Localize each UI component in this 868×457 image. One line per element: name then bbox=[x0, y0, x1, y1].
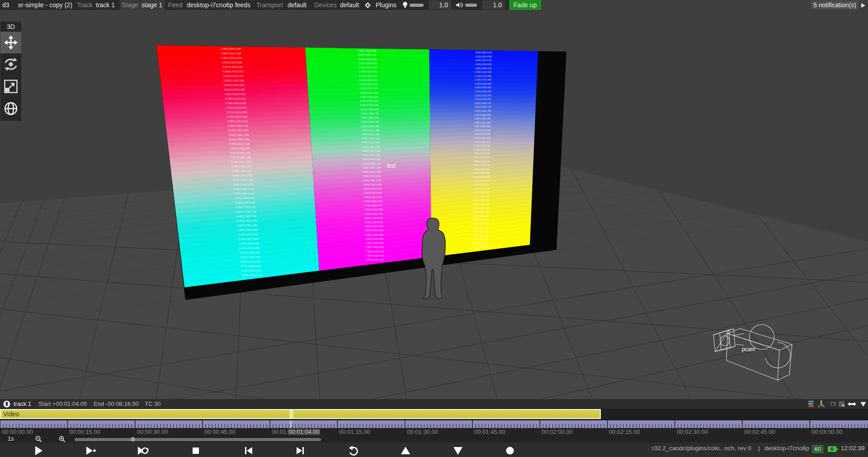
svg-text:0.080,0.920,0.080: 0.080,0.920,0.080 bbox=[359, 66, 377, 69]
svg-text:0.180,0.180,0.820: 0.180,0.180,0.820 bbox=[475, 86, 491, 89]
svg-text:0.560,0.440,0.440: 0.560,0.440,0.440 bbox=[230, 147, 250, 150]
svg-text:0.060,0.940,0.060: 0.060,0.940,0.060 bbox=[359, 62, 377, 65]
svg-text:0.440,0.440,0.560: 0.440,0.440,0.560 bbox=[474, 137, 491, 139]
svg-text:0.880,0.120,0.880: 0.880,0.120,0.880 bbox=[365, 233, 384, 236]
svg-text:0.900,0.100,0.100: 0.900,0.100,0.100 bbox=[223, 70, 243, 73]
svg-text:0.240,0.240,0.760: 0.240,0.240,0.760 bbox=[475, 98, 491, 100]
svg-text:0.500,0.500,0.500: 0.500,0.500,0.500 bbox=[231, 161, 251, 163]
svg-text:0.740,0.260,0.740: 0.740,0.260,0.740 bbox=[364, 204, 382, 207]
svg-text:0.200,0.800,0.800: 0.200,0.800,0.800 bbox=[237, 228, 258, 231]
svg-text:0.000,1.000,1.000: 0.000,1.000,1.000 bbox=[241, 274, 262, 276]
svg-text:0.220,0.220,0.780: 0.220,0.220,0.780 bbox=[475, 95, 491, 97]
svg-text:0.460,0.540,0.540: 0.460,0.540,0.540 bbox=[232, 170, 252, 172]
svg-text:0.040,0.960,0.040: 0.040,0.960,0.040 bbox=[359, 58, 377, 61]
svg-text:0.520,0.480,0.480: 0.520,0.480,0.480 bbox=[231, 156, 251, 159]
svg-text:0.400,0.600,0.600: 0.400,0.600,0.600 bbox=[233, 183, 254, 186]
svg-text:0.940,0.060,0.940: 0.940,0.060,0.940 bbox=[366, 246, 384, 248]
svg-text:0.560,0.440,0.560: 0.560,0.440,0.560 bbox=[363, 167, 381, 169]
svg-text:0.680,0.680,0.320: 0.680,0.680,0.320 bbox=[473, 184, 490, 186]
svg-text:0.120,0.880,0.880: 0.120,0.880,0.880 bbox=[239, 247, 259, 249]
svg-text:0.560,0.560,0.440: 0.560,0.560,0.440 bbox=[474, 161, 491, 163]
svg-text:0.800,0.800,0.200: 0.800,0.800,0.200 bbox=[473, 207, 490, 209]
svg-text:0.120,0.120,0.880: 0.120,0.120,0.880 bbox=[475, 75, 492, 77]
svg-text:0.780,0.220,0.780: 0.780,0.220,0.780 bbox=[364, 213, 383, 215]
svg-text:0.640,0.640,0.360: 0.640,0.640,0.360 bbox=[473, 176, 490, 178]
svg-text:0.000,1.000,0.000: 0.000,1.000,0.000 bbox=[358, 49, 377, 52]
svg-text:0.440,0.560,0.560: 0.440,0.560,0.560 bbox=[232, 174, 253, 177]
svg-text:0.260,0.740,0.740: 0.260,0.740,0.740 bbox=[236, 215, 256, 218]
svg-text:0.760,0.240,0.240: 0.760,0.240,0.240 bbox=[226, 102, 246, 105]
svg-text:0.500,0.500,0.500: 0.500,0.500,0.500 bbox=[362, 154, 381, 157]
svg-text:0.280,0.720,0.280: 0.280,0.720,0.280 bbox=[360, 108, 379, 111]
svg-text:0.720,0.720,0.280: 0.720,0.720,0.280 bbox=[473, 191, 490, 194]
svg-text:0.960,0.040,0.040: 0.960,0.040,0.040 bbox=[222, 57, 242, 59]
svg-text:0.680,0.320,0.320: 0.680,0.320,0.320 bbox=[227, 120, 248, 123]
svg-text:0.980,0.020,0.020: 0.980,0.020,0.020 bbox=[221, 52, 241, 55]
svg-text:0.200,0.800,0.200: 0.200,0.800,0.200 bbox=[360, 91, 378, 94]
svg-text:0.480,0.480,0.520: 0.480,0.480,0.520 bbox=[474, 145, 491, 147]
svg-text:0.700,0.300,0.700: 0.700,0.300,0.700 bbox=[364, 196, 382, 199]
svg-text:0.920,0.080,0.080: 0.920,0.080,0.080 bbox=[222, 66, 243, 68]
svg-text:0.840,0.160,0.160: 0.840,0.160,0.160 bbox=[224, 84, 244, 86]
svg-text:0.660,0.660,0.340: 0.660,0.660,0.340 bbox=[473, 180, 490, 182]
svg-text:0.460,0.460,0.540: 0.460,0.460,0.540 bbox=[474, 141, 491, 143]
svg-text:0.280,0.280,0.720: 0.280,0.280,0.720 bbox=[475, 106, 491, 108]
svg-text:0.240,0.760,0.240: 0.240,0.760,0.240 bbox=[360, 100, 378, 102]
svg-text:0.700,0.300,0.300: 0.700,0.300,0.300 bbox=[227, 115, 247, 118]
svg-text:0.520,0.480,0.520: 0.520,0.480,0.520 bbox=[362, 158, 381, 161]
svg-text:0.540,0.460,0.540: 0.540,0.460,0.540 bbox=[363, 162, 381, 165]
svg-text:0.100,0.900,0.900: 0.100,0.900,0.900 bbox=[240, 251, 260, 254]
svg-text:0.780,0.780,0.220: 0.780,0.780,0.220 bbox=[473, 203, 490, 205]
svg-text:0.320,0.320,0.680: 0.320,0.320,0.680 bbox=[474, 114, 491, 116]
svg-text:0.380,0.620,0.620: 0.380,0.620,0.620 bbox=[234, 188, 254, 190]
svg-text:0.780,0.220,0.220: 0.780,0.220,0.220 bbox=[225, 97, 245, 100]
svg-text:0.080,0.080,0.920: 0.080,0.080,0.920 bbox=[475, 67, 492, 70]
svg-text:0.320,0.680,0.680: 0.320,0.680,0.680 bbox=[235, 201, 255, 204]
svg-text:0.980,0.020,0.980: 0.980,0.020,0.980 bbox=[366, 254, 385, 257]
svg-text:0.300,0.700,0.300: 0.300,0.700,0.300 bbox=[360, 112, 379, 115]
svg-text:0.360,0.360,0.640: 0.360,0.360,0.640 bbox=[474, 122, 491, 124]
svg-text:0.640,0.360,0.360: 0.640,0.360,0.360 bbox=[228, 129, 249, 132]
svg-text:0.080,0.920,0.920: 0.080,0.920,0.920 bbox=[240, 256, 260, 258]
svg-text:0.740,0.740,0.260: 0.740,0.740,0.260 bbox=[473, 195, 490, 198]
svg-text:0.820,0.180,0.820: 0.820,0.180,0.820 bbox=[365, 221, 383, 224]
svg-text:0.820,0.180,0.180: 0.820,0.180,0.180 bbox=[224, 88, 245, 91]
svg-text:0.900,0.900,0.100: 0.900,0.900,0.100 bbox=[473, 227, 490, 229]
svg-text:0.920,0.080,0.920: 0.920,0.080,0.920 bbox=[366, 242, 384, 244]
svg-text:0.120,0.880,0.120: 0.120,0.880,0.120 bbox=[359, 75, 377, 77]
svg-text:0.300,0.300,0.700: 0.300,0.300,0.700 bbox=[475, 110, 491, 112]
svg-text:0.220,0.780,0.220: 0.220,0.780,0.220 bbox=[360, 95, 378, 98]
svg-text:0.860,0.860,0.140: 0.860,0.860,0.140 bbox=[473, 219, 490, 221]
svg-text:0.260,0.260,0.740: 0.260,0.260,0.740 bbox=[475, 102, 491, 105]
svg-text:0.620,0.380,0.620: 0.620,0.380,0.620 bbox=[363, 179, 382, 182]
svg-text:0.580,0.420,0.420: 0.580,0.420,0.420 bbox=[230, 143, 250, 145]
svg-text:0.760,0.240,0.760: 0.760,0.240,0.760 bbox=[364, 208, 383, 211]
svg-text:0.000,0.000,1.000: 0.000,0.000,1.000 bbox=[476, 52, 492, 54]
svg-text:0.540,0.460,0.460: 0.540,0.460,0.460 bbox=[230, 152, 250, 154]
svg-text:1.000,0.000,0.000: 1.000,0.000,0.000 bbox=[221, 48, 241, 50]
svg-text:0.260,0.740,0.260: 0.260,0.740,0.260 bbox=[360, 104, 379, 106]
svg-text:0.600,0.400,0.400: 0.600,0.400,0.400 bbox=[229, 138, 250, 141]
svg-text:0.100,0.900,0.100: 0.100,0.900,0.100 bbox=[359, 70, 377, 73]
svg-text:0.880,0.120,0.120: 0.880,0.120,0.120 bbox=[223, 75, 244, 77]
svg-text:0.160,0.840,0.840: 0.160,0.840,0.840 bbox=[238, 238, 259, 240]
svg-text:0.800,0.200,0.800: 0.800,0.200,0.800 bbox=[364, 217, 383, 219]
svg-text:0.480,0.520,0.480: 0.480,0.520,0.480 bbox=[362, 150, 381, 152]
svg-text:0.720,0.280,0.720: 0.720,0.280,0.720 bbox=[364, 200, 382, 203]
svg-text:0.960,0.960,0.040: 0.960,0.960,0.040 bbox=[472, 238, 489, 240]
svg-text:0.360,0.640,0.360: 0.360,0.640,0.360 bbox=[361, 125, 380, 128]
svg-text:0.420,0.580,0.580: 0.420,0.580,0.580 bbox=[233, 179, 253, 181]
svg-text:0.400,0.400,0.600: 0.400,0.400,0.600 bbox=[474, 129, 491, 132]
svg-text:0.580,0.420,0.580: 0.580,0.420,0.580 bbox=[363, 171, 381, 173]
svg-text:0.320,0.680,0.320: 0.320,0.680,0.320 bbox=[361, 116, 379, 119]
svg-text:0.020,0.980,0.980: 0.020,0.980,0.980 bbox=[241, 269, 262, 272]
svg-text:1.000,0.000,1.000: 1.000,0.000,1.000 bbox=[366, 258, 385, 261]
svg-text:0.360,0.640,0.640: 0.360,0.640,0.640 bbox=[234, 192, 255, 195]
svg-text:0.480,0.520,0.520: 0.480,0.520,0.520 bbox=[231, 165, 252, 168]
svg-text:0.040,0.040,0.960: 0.040,0.040,0.960 bbox=[475, 59, 492, 62]
svg-text:0.980,0.980,0.020: 0.980,0.980,0.020 bbox=[472, 242, 489, 244]
svg-text:0.460,0.540,0.460: 0.460,0.540,0.460 bbox=[362, 146, 380, 148]
svg-text:0.640,0.360,0.640: 0.640,0.360,0.640 bbox=[363, 183, 382, 186]
svg-text:0.160,0.840,0.160: 0.160,0.840,0.160 bbox=[359, 83, 378, 86]
svg-text:0.240,0.760,0.760: 0.240,0.760,0.760 bbox=[236, 219, 257, 222]
